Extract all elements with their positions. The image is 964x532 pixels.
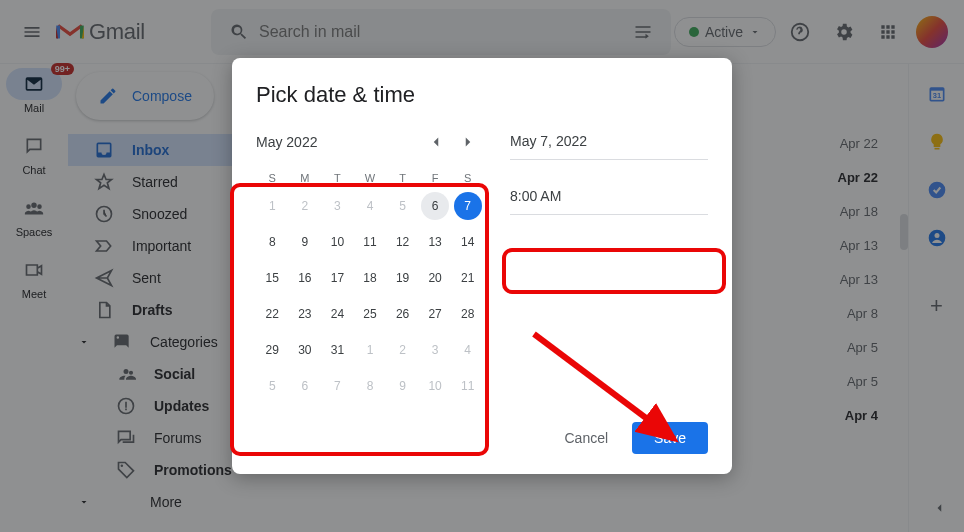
calendar-day[interactable]: 24 bbox=[323, 300, 351, 328]
calendar-dow: S bbox=[256, 172, 289, 184]
calendar-day[interactable]: 14 bbox=[454, 228, 482, 256]
prev-month-button[interactable] bbox=[420, 126, 452, 158]
calendar-day[interactable]: 29 bbox=[258, 336, 286, 364]
calendar-day: 5 bbox=[258, 372, 286, 400]
calendar-day[interactable]: 7 bbox=[454, 192, 482, 220]
calendar-day[interactable]: 27 bbox=[421, 300, 449, 328]
calendar-day[interactable]: 13 bbox=[421, 228, 449, 256]
next-month-button[interactable] bbox=[452, 126, 484, 158]
time-input[interactable] bbox=[510, 174, 708, 215]
calendar-day[interactable]: 12 bbox=[389, 228, 417, 256]
calendar-day: 2 bbox=[291, 192, 319, 220]
calendar-day: 1 bbox=[356, 336, 384, 364]
calendar-dow: T bbox=[386, 172, 419, 184]
calendar-dow: S bbox=[451, 172, 484, 184]
save-button[interactable]: Save bbox=[632, 422, 708, 454]
calendar-day[interactable]: 19 bbox=[389, 264, 417, 292]
calendar-day: 9 bbox=[389, 372, 417, 400]
calendar-day[interactable]: 17 bbox=[323, 264, 351, 292]
calendar-day[interactable]: 16 bbox=[291, 264, 319, 292]
calendar-day[interactable]: 9 bbox=[291, 228, 319, 256]
calendar-day[interactable]: 20 bbox=[421, 264, 449, 292]
calendar-dow: T bbox=[321, 172, 354, 184]
calendar-day: 1 bbox=[258, 192, 286, 220]
calendar-day[interactable]: 21 bbox=[454, 264, 482, 292]
calendar-day[interactable]: 31 bbox=[323, 336, 351, 364]
calendar-day: 11 bbox=[454, 372, 482, 400]
calendar-dow: F bbox=[419, 172, 452, 184]
calendar-day[interactable]: 6 bbox=[421, 192, 449, 220]
calendar-day: 4 bbox=[356, 192, 384, 220]
calendar-day: 8 bbox=[356, 372, 384, 400]
calendar-day[interactable]: 15 bbox=[258, 264, 286, 292]
calendar-day: 5 bbox=[389, 192, 417, 220]
calendar-day: 2 bbox=[389, 336, 417, 364]
calendar-day[interactable]: 28 bbox=[454, 300, 482, 328]
calendar-day[interactable]: 23 bbox=[291, 300, 319, 328]
calendar-day[interactable]: 26 bbox=[389, 300, 417, 328]
calendar-day: 10 bbox=[421, 372, 449, 400]
calendar-day: 7 bbox=[323, 372, 351, 400]
calendar-day[interactable]: 25 bbox=[356, 300, 384, 328]
calendar-day[interactable]: 11 bbox=[356, 228, 384, 256]
cancel-button[interactable]: Cancel bbox=[550, 422, 622, 454]
calendar-day[interactable]: 18 bbox=[356, 264, 384, 292]
calendar-day: 4 bbox=[454, 336, 482, 364]
calendar-day: 3 bbox=[421, 336, 449, 364]
selected-date-output[interactable]: May 7, 2022 bbox=[510, 129, 708, 160]
calendar-day: 6 bbox=[291, 372, 319, 400]
calendar-month-label: May 2022 bbox=[256, 134, 420, 150]
datetime-modal: Pick date & time May 2022 SMTWTFS1234567… bbox=[232, 58, 732, 474]
calendar-dow: M bbox=[289, 172, 322, 184]
calendar-day[interactable]: 30 bbox=[291, 336, 319, 364]
modal-title: Pick date & time bbox=[256, 82, 708, 108]
calendar-day: 3 bbox=[323, 192, 351, 220]
calendar-day[interactable]: 8 bbox=[258, 228, 286, 256]
calendar-dow: W bbox=[354, 172, 387, 184]
calendar-day[interactable]: 22 bbox=[258, 300, 286, 328]
calendar-day[interactable]: 10 bbox=[323, 228, 351, 256]
